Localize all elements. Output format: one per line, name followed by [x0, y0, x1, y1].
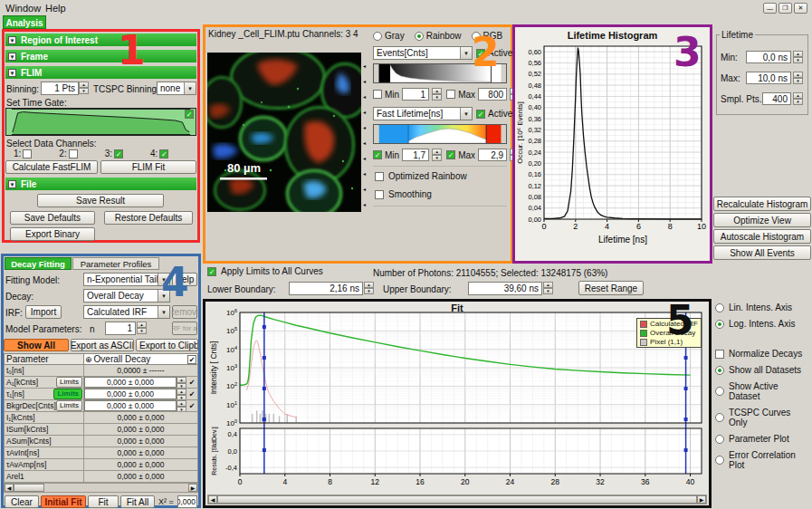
spinner[interactable]: ▲▼: [432, 88, 442, 101]
fit-plot[interactable]: 1001011021031041051060,40,0-0,4048121620…: [207, 309, 707, 494]
chevron-down-icon[interactable]: ▼: [460, 108, 472, 120]
spinner[interactable]: ▲▼: [793, 92, 803, 105]
chevron-down-icon[interactable]: ▼: [184, 82, 196, 94]
scroll-right-icon[interactable]: ▶: [697, 495, 706, 504]
channel2-dropdown[interactable]: Fast Lifetime[ns]▼: [373, 107, 473, 120]
channel-3-checkbox[interactable]: ✓: [114, 149, 123, 158]
section-file[interactable]: ▼ File: [5, 178, 196, 190]
spinner[interactable]: ▲▼: [543, 282, 553, 294]
option-log-intens-axis[interactable]: Log. Intens. Axis: [715, 319, 811, 329]
tab-parameter-profiles[interactable]: Parameter Profiles: [72, 257, 159, 270]
spinner[interactable]: ▲▼: [137, 322, 147, 334]
section-flim[interactable]: ▼ FLIM: [5, 66, 196, 79]
time-gate-checkbox[interactable]: ✓: [185, 110, 194, 119]
option-show-all-datasets[interactable]: Show all Datasets: [715, 365, 811, 375]
parameter-value-input[interactable]: 0,000 ± 0,000: [84, 400, 177, 411]
scroll-left-icon[interactable]: ◀: [208, 495, 217, 504]
channel2-min-input[interactable]: 1,7: [402, 149, 429, 161]
scroll-right-icon[interactable]: ▶: [188, 484, 197, 492]
sample-points-input[interactable]: 400: [762, 92, 791, 105]
lifetime-min-input[interactable]: 0,0 ns: [746, 51, 791, 63]
option-parameter-plot[interactable]: Parameter Plot: [715, 434, 811, 444]
section-region-of-interest[interactable]: ▼ Region of Interest: [5, 34, 196, 46]
upper-boundary-input[interactable]: 39,60 ns: [468, 282, 542, 295]
fit-enabled-check-icon[interactable]: ✔: [186, 379, 197, 387]
restore-button[interactable]: ❐: [779, 3, 792, 14]
channel-1-checkbox[interactable]: [23, 149, 32, 158]
decay-column-header[interactable]: Overall Decay: [94, 354, 186, 364]
microscopy-image[interactable]: 80 µm: [207, 53, 361, 212]
import-irf-button[interactable]: Import: [25, 305, 62, 319]
fit-h-scrollbar[interactable]: ◀ ▶: [207, 495, 707, 504]
optimize-view-button[interactable]: Optimize View: [713, 213, 811, 227]
parameter-header[interactable]: Parameter: [5, 354, 84, 364]
spinner[interactable]: ▲▼: [793, 51, 803, 63]
channel2-min-checkbox[interactable]: ✓: [373, 150, 382, 159]
table-h-scrollbar[interactable]: ◀ ▶: [4, 483, 198, 493]
fit-enabled-check-icon[interactable]: ✔: [186, 402, 197, 410]
time-gate-plot[interactable]: [5, 108, 196, 136]
irf-dropdown[interactable]: Calculated IRF▼: [83, 305, 170, 319]
section-frame[interactable]: ▼ Frame: [5, 50, 196, 62]
remove-irf-button[interactable]: Remove: [172, 305, 197, 319]
channel-4-checkbox[interactable]: ✓: [159, 149, 168, 158]
show-all-button[interactable]: Show All: [4, 339, 69, 351]
spinner[interactable]: ▲▼: [432, 149, 442, 161]
lifetime-rainbow-strip[interactable]: [373, 124, 507, 144]
fit-button[interactable]: Fit: [88, 495, 119, 508]
collapse-icon[interactable]: ▼: [8, 36, 16, 44]
reset-range-button[interactable]: Reset Range: [578, 281, 644, 295]
recalculate-histogram-button[interactable]: Recalculate Histogram: [713, 197, 811, 211]
channel1-min-checkbox[interactable]: [373, 90, 382, 99]
collapse-icon[interactable]: ▼: [8, 180, 16, 188]
minimize-button[interactable]: —: [763, 3, 777, 14]
option-normalize-decays[interactable]: Normalize Decays: [715, 349, 811, 359]
export-ascii-button[interactable]: Export as ASCII: [71, 339, 134, 351]
spinner[interactable]: ▲▼: [177, 377, 186, 388]
menu-help[interactable]: Help: [45, 3, 66, 14]
radio-icon[interactable]: [715, 456, 724, 465]
chevron-down-icon[interactable]: ▼: [460, 47, 472, 59]
option-lin-intens-axis[interactable]: Lin. Intens. Axis: [715, 303, 811, 312]
radio-icon[interactable]: [715, 320, 724, 329]
channel1-max-checkbox[interactable]: [446, 90, 455, 99]
clear-button[interactable]: Clear: [5, 495, 39, 508]
limits-button[interactable]: Limits: [56, 400, 82, 411]
analysis-tab[interactable]: Analysis: [3, 15, 46, 29]
option-error-correlation-plot[interactable]: Error Correlation Plot: [715, 450, 811, 470]
initial-fit-button[interactable]: Initial Fit: [41, 495, 86, 508]
calculate-fastflim-button[interactable]: Calculate FastFLIM: [5, 160, 98, 174]
gray-radio[interactable]: [373, 32, 382, 41]
menu-window[interactable]: Window: [5, 3, 41, 14]
limits-button[interactable]: Limits: [53, 389, 82, 399]
channel1-dropdown[interactable]: Events[Cnts]▼: [373, 46, 473, 60]
decay-dropdown[interactable]: Overall Decay▼: [83, 289, 170, 303]
n-input[interactable]: 1: [105, 322, 136, 335]
tcspc-binning-dropdown[interactable]: none▼: [157, 82, 196, 95]
save-result-button[interactable]: Save Result: [37, 194, 164, 207]
channel1-max-input[interactable]: 800: [478, 88, 507, 101]
option-show-active-dataset[interactable]: Show Active Dataset: [715, 381, 811, 401]
spinner[interactable]: ▲▼: [177, 389, 186, 399]
spinner[interactable]: ▲▼: [793, 72, 803, 84]
irf-for-all-button[interactable]: IRF for all: [172, 322, 197, 335]
autoscale-histogram-button[interactable]: Autoscale Histogram: [713, 229, 811, 244]
save-defaults-button[interactable]: Save Defaults: [10, 211, 95, 225]
splitter-handle[interactable]: ◂◂ ◂◂ ◂◂ ◂◂ ◂◂: [363, 58, 370, 212]
tab-decay-fitting[interactable]: Decay Fitting: [5, 257, 72, 270]
channel2-max-checkbox[interactable]: ✓: [446, 150, 455, 159]
fit-enabled-check-icon[interactable]: ✔: [186, 390, 197, 399]
optimized-rainbow-checkbox[interactable]: [375, 172, 384, 181]
channel2-active-checkbox[interactable]: ✓: [476, 110, 485, 119]
channel2-max-input[interactable]: 2,9: [478, 149, 507, 161]
parameter-value-input[interactable]: 0,000 ± 0,000: [84, 389, 177, 399]
radio-icon[interactable]: [715, 413, 724, 422]
check-icon[interactable]: [715, 350, 724, 359]
rainbow-radio[interactable]: [415, 32, 424, 41]
smoothing-checkbox[interactable]: [375, 190, 384, 199]
binning-input[interactable]: 1 Pts: [41, 82, 79, 95]
channel-2-checkbox[interactable]: [69, 149, 78, 158]
option-tcspc-curves-only[interactable]: TCSPC Curves Only: [715, 408, 811, 427]
close-button[interactable]: ✕: [794, 3, 807, 14]
spinner[interactable]: ▲▼: [177, 400, 186, 411]
